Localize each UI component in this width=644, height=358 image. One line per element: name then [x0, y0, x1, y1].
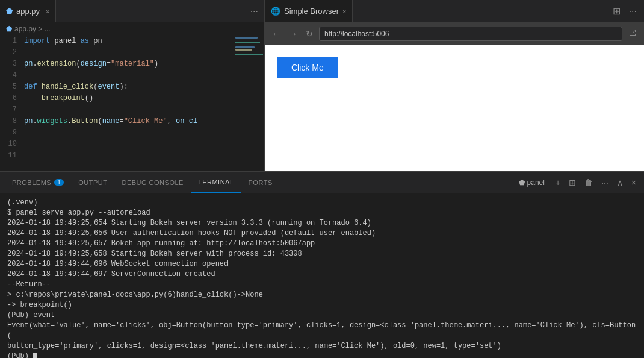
tab-ports-label: PORTS	[249, 179, 273, 186]
terminal-line-5: 2024-01-18 19:49:44,696 WebSocket connec…	[7, 259, 637, 269]
browser-address-bar[interactable]	[319, 27, 622, 41]
terminal-delete-button[interactable]: 🗑	[581, 177, 596, 189]
terminal-line-2: 2024-01-18 19:49:25,656 User authenticat…	[7, 228, 637, 239]
code-content[interactable]: import panel as pn pn.extension(design="…	[22, 36, 234, 171]
tab-problems-label: PROBLEMS	[12, 179, 51, 186]
split-editor-button[interactable]: ⊞	[610, 5, 623, 17]
code-line-1: import panel as pn	[24, 36, 234, 47]
editor-tab-app-py[interactable]: ⬟ app.py ×	[0, 0, 56, 22]
terminal-venv-line: (.venv)	[7, 198, 637, 208]
editor-area: ⬟ app.py > ... 1234 5678 91011 import pa…	[0, 22, 265, 171]
tab-ports[interactable]: PORTS	[241, 172, 280, 193]
code-line-9	[24, 127, 234, 139]
editor-tab-area: ⬟ app.py × ···	[0, 0, 265, 22]
terminal-cursor	[33, 353, 37, 358]
bottom-panel: PROBLEMS 1 OUTPUT DEBUG CONSOLE TERMINAL…	[0, 171, 644, 358]
browser-back-button[interactable]: ←	[270, 28, 283, 40]
code-line-2	[24, 47, 234, 58]
browser-tab-actions: ⊞ ···	[610, 5, 644, 17]
terminal-more-button[interactable]: ···	[598, 177, 611, 189]
browser-tab-close[interactable]: ×	[342, 8, 346, 15]
terminal-up-button[interactable]: ∧	[614, 177, 626, 189]
code-line-6: breakpoint()	[24, 93, 234, 104]
code-line-5: def handle_click(event):	[24, 81, 234, 93]
terminal-close-button[interactable]: ×	[628, 177, 639, 189]
terminal-line-10: (Pdb) event	[7, 310, 637, 321]
breadcrumb-file-icon: ⬟	[6, 25, 12, 33]
terminal-line-7: --Return--	[7, 280, 637, 290]
browser-forward-button[interactable]: →	[286, 28, 300, 40]
terminal-line-9: -> breakpoint()	[7, 300, 637, 310]
terminal-line-12: button_type='primary', clicks=1, design=…	[7, 341, 637, 351]
panel-tab-actions: ⬟ panel + ⊞ 🗑 ··· ∧ ×	[516, 177, 639, 189]
terminal-line-4: 2024-01-18 19:49:25,658 Starting Bokeh s…	[7, 249, 637, 259]
browser-tab-more-button[interactable]: ···	[627, 6, 639, 17]
code-line-4	[24, 70, 234, 81]
terminal-line-8: > c:\repos\private\panel-docs\app.py(6)h…	[7, 290, 637, 300]
tab-debug-console-label: DEBUG CONSOLE	[122, 179, 183, 186]
breadcrumb: ⬟ app.py > ...	[0, 22, 264, 36]
code-editor: 1234 5678 91011 import panel as pn pn.ex…	[0, 36, 264, 171]
browser-refresh-button[interactable]: ↻	[303, 28, 315, 40]
browser-tab-area: 🌐 Simple Browser × ⊞ ···	[265, 0, 644, 22]
tab-debug-console[interactable]: DEBUG CONSOLE	[114, 172, 190, 193]
open-external-button[interactable]	[626, 27, 639, 40]
tab-problems-badge: 1	[54, 179, 64, 186]
code-line-11	[24, 150, 234, 162]
line-numbers: 1234 5678 91011	[0, 36, 22, 171]
terminal-add-button[interactable]: +	[553, 177, 563, 189]
python-file-icon: ⬟	[6, 7, 13, 16]
top-bar: ⬟ app.py × ··· 🌐 Simple Browser × ⊞ ···	[0, 0, 644, 22]
terminal-prompt-line: $ panel serve app.py --autoreload	[7, 208, 637, 218]
editor-tab-label: app.py	[16, 7, 40, 16]
terminal-name-label: ⬟ panel	[516, 177, 548, 188]
minimap	[234, 36, 264, 171]
code-line-8: pn.widgets.Button(name="Click Me", on_cl	[24, 116, 234, 127]
code-line-7	[24, 104, 234, 116]
browser-globe-icon: 🌐	[271, 7, 280, 16]
panel-tabs: PROBLEMS 1 OUTPUT DEBUG CONSOLE TERMINAL…	[0, 172, 644, 193]
terminal-line-13: (Pdb)	[7, 351, 637, 358]
terminal-line-3: 2024-01-18 19:49:25,657 Bokeh app runnin…	[7, 239, 637, 249]
breadcrumb-path: app.py > ...	[14, 25, 51, 33]
main-content: ⬟ app.py > ... 1234 5678 91011 import pa…	[0, 22, 644, 171]
click-me-button[interactable]: Click Me	[277, 57, 338, 78]
browser-panel: ← → ↻ Click Me	[265, 22, 644, 171]
tab-problems[interactable]: PROBLEMS 1	[5, 172, 71, 193]
editor-more-button[interactable]: ···	[244, 6, 264, 17]
tab-output[interactable]: OUTPUT	[71, 172, 114, 193]
terminal-split-button[interactable]: ⊞	[566, 177, 579, 189]
editor-tab-close[interactable]: ×	[46, 8, 49, 15]
tab-output-label: OUTPUT	[78, 179, 107, 186]
terminal-line-11: Event(what='value', name='clicks', obj=B…	[7, 321, 637, 341]
terminal-line-6: 2024-01-18 19:49:44,697 ServerConnection…	[7, 269, 637, 280]
tab-terminal[interactable]: TERMINAL	[191, 172, 241, 193]
browser-tab-label: Simple Browser	[284, 7, 339, 16]
terminal-content[interactable]: (.venv) $ panel serve app.py --autoreloa…	[0, 193, 644, 358]
browser-tab-simple[interactable]: 🌐 Simple Browser ×	[265, 0, 353, 22]
terminal-line-1: 2024-01-18 19:49:25,654 Starting Bokeh s…	[7, 218, 637, 228]
browser-content: Click Me	[265, 45, 644, 171]
browser-toolbar: ← → ↻	[265, 22, 644, 45]
tab-terminal-label: TERMINAL	[198, 178, 234, 186]
code-line-10	[24, 139, 234, 150]
code-line-3: pn.extension(design="material")	[24, 58, 234, 70]
